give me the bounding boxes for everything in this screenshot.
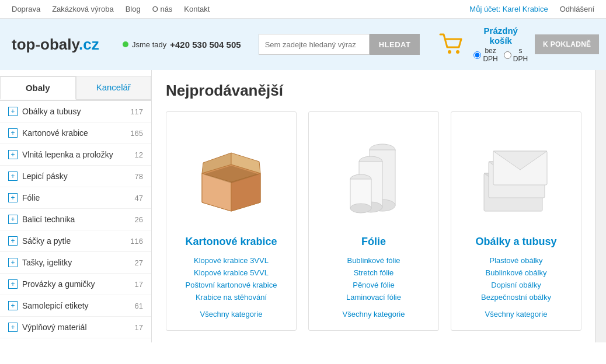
sidebar-item-4[interactable]: + Fólie 47 xyxy=(0,187,151,209)
site-header: top-obaly.cz Jsme tady +420 530 504 505 … xyxy=(0,19,606,70)
card-all-folie[interactable]: Všechny kategorie xyxy=(343,310,405,318)
sidebar-item-count-1: 165 xyxy=(130,129,143,138)
product-card-folie: Fólie Bublinkové fólie Stretch fólie Pěn… xyxy=(308,111,439,331)
card-links-folie: Bublinkové fólie Stretch fólie Pěnové fó… xyxy=(318,256,429,318)
top-navigation: Doprava Zakázková výroba Blog O nás Kont… xyxy=(0,0,606,19)
my-account-link[interactable]: Můj účet: Karel Krabice xyxy=(469,5,548,13)
bez-dph-radio[interactable] xyxy=(473,51,481,59)
plus-icon-0: + xyxy=(8,107,18,116)
card-link-krabice-3[interactable]: Krabice na stěhování xyxy=(196,293,267,302)
sidebar-item-label-9: Samolepicí etikety xyxy=(22,301,131,310)
cart-area: Prázdný košík bez DPH s DPH K POKLADNĚ xyxy=(437,26,599,63)
plus-icon-1: + xyxy=(8,128,18,138)
sidebar-item-count-8: 17 xyxy=(135,280,143,289)
cart-icon-wrap xyxy=(437,31,466,58)
site-logo[interactable]: top-obaly.cz xyxy=(12,36,99,53)
main-content: Nejprodávanější xyxy=(152,70,595,342)
sidebar-item-count-9: 61 xyxy=(135,302,143,310)
card-link-krabice-0[interactable]: Klopové krabice 3VVL xyxy=(194,256,269,265)
sidebar-item-label-1: Kartonové krabice xyxy=(22,128,127,138)
card-title-folie[interactable]: Fólie xyxy=(361,236,386,248)
product-cards-row: Kartonové krabice Klopové krabice 3VVL K… xyxy=(166,111,581,331)
card-link-folie-2[interactable]: Pěnové fólie xyxy=(353,281,395,289)
sidebar-item-1[interactable]: + Kartonové krabice 165 xyxy=(0,123,151,144)
sidebar-item-label-2: Vlnitá lepenka a proložky xyxy=(22,150,131,159)
card-link-folie-0[interactable]: Bublinkové fólie xyxy=(347,256,400,265)
box-svg xyxy=(190,135,272,217)
sidebar-item-count-5: 26 xyxy=(135,215,143,224)
logo-container: top-obaly.cz xyxy=(12,36,105,54)
cart-title: Prázdný košík xyxy=(473,26,528,46)
card-link-folie-1[interactable]: Stretch fólie xyxy=(354,268,394,277)
card-link-krabice-1[interactable]: Klopové krabice 5VVL xyxy=(194,268,269,277)
sidebar-item-6[interactable]: + Sáčky a pytle 116 xyxy=(0,230,151,252)
plus-icon-7: + xyxy=(8,258,18,267)
sidebar-tabs: Obaly Kancelář xyxy=(0,76,151,101)
plus-icon-9: + xyxy=(8,301,18,310)
page-title: Nejprodávanější xyxy=(166,82,581,100)
sidebar-item-10[interactable]: + Výplňový materiál 17 xyxy=(0,317,151,338)
online-status-dot xyxy=(123,41,128,47)
cart-icon xyxy=(437,31,466,57)
envelope-svg xyxy=(478,138,554,214)
cart-text: Prázdný košík bez DPH s DPH xyxy=(473,26,528,63)
search-area: HLEDAT xyxy=(259,34,420,55)
s-dph-option[interactable]: s DPH xyxy=(504,47,528,63)
s-dph-radio[interactable] xyxy=(504,51,511,59)
checkout-button[interactable]: K POKLADNĚ xyxy=(535,34,599,54)
sidebar-item-count-2: 12 xyxy=(135,150,143,159)
sidebar-item-label-4: Fólie xyxy=(22,193,131,202)
bez-dph-label: bez DPH xyxy=(483,47,497,63)
sidebar-item-0[interactable]: + Obálky a tubusy 117 xyxy=(0,101,151,123)
top-nav-right: Můj účet: Karel Krabice Odhlášení xyxy=(469,5,594,13)
sidebar-item-count-0: 117 xyxy=(130,107,143,116)
nav-doprava[interactable]: Doprava xyxy=(12,5,40,13)
plus-icon-5: + xyxy=(8,215,18,224)
nav-blog[interactable]: Blog xyxy=(126,5,141,13)
plus-icon-4: + xyxy=(8,193,18,202)
nav-zakazkovavyroba[interactable]: Zakázková výroba xyxy=(52,5,114,13)
bez-dph-option[interactable]: bez DPH xyxy=(473,47,497,63)
card-all-krabice[interactable]: Všechny kategorie xyxy=(200,310,263,318)
sidebar-item-9[interactable]: + Samolepicí etikety 61 xyxy=(0,295,151,317)
status-text: Jsme tady xyxy=(132,40,166,49)
card-link-obalky-1[interactable]: Bublinkové obálky xyxy=(486,268,547,277)
card-link-folie-3[interactable]: Laminovací fólie xyxy=(346,293,401,302)
sidebar-item-label-8: Provázky a gumičky xyxy=(22,279,131,289)
card-image-obalky xyxy=(461,124,572,229)
main-container: Obaly Kancelář + Obálky a tubusy 117 + K… xyxy=(0,70,606,342)
card-links-krabice: Klopové krabice 3VVL Klopové krabice 5VV… xyxy=(176,256,287,318)
tab-obaly[interactable]: Obaly xyxy=(0,76,76,100)
scrollbar[interactable] xyxy=(595,70,606,342)
sidebar-item-label-3: Lepicí pásky xyxy=(22,172,131,181)
card-title-krabice[interactable]: Kartonové krabice xyxy=(185,236,277,248)
card-link-obalky-0[interactable]: Plastové obálky xyxy=(489,256,542,265)
card-all-obalky[interactable]: Všechny kategorie xyxy=(485,310,548,318)
card-link-krabice-2[interactable]: Poštovní kartonové krabice xyxy=(186,281,277,289)
search-input[interactable] xyxy=(259,34,370,55)
plus-icon-2: + xyxy=(8,150,18,159)
plus-icon-3: + xyxy=(8,172,18,181)
sidebar-item-label-7: Tašky, igelitky xyxy=(22,258,131,267)
sidebar-item-label-0: Obálky a tubusy xyxy=(22,107,127,116)
logout-link[interactable]: Odhlášení xyxy=(560,5,594,13)
sidebar-item-label-6: Sáčky a pytle xyxy=(22,236,127,246)
sidebar-item-8[interactable]: + Provázky a gumičky 17 xyxy=(0,274,151,295)
tab-kancelar[interactable]: Kancelář xyxy=(76,76,152,100)
search-button[interactable]: HLEDAT xyxy=(370,34,420,55)
svg-point-16 xyxy=(350,204,371,213)
card-link-obalky-3[interactable]: Bezpečnostní obálky xyxy=(481,293,551,302)
card-link-obalky-2[interactable]: Dopisní obálky xyxy=(491,281,541,289)
sidebar-item-7[interactable]: + Tašky, igelitky 27 xyxy=(0,252,151,274)
sidebar-item-3[interactable]: + Lepicí pásky 78 xyxy=(0,166,151,187)
nav-kontakt[interactable]: Kontakt xyxy=(184,5,210,13)
sidebar-item-count-4: 47 xyxy=(135,194,143,202)
svg-point-1 xyxy=(456,50,459,54)
card-title-obalky[interactable]: Obálky a tubusy xyxy=(475,236,556,248)
sidebar-item-5[interactable]: + Balicí technika 26 xyxy=(0,209,151,230)
folie-svg xyxy=(339,132,409,220)
contact-info: Jsme tady +420 530 504 505 xyxy=(123,40,241,50)
sidebar-item-label-5: Balicí technika xyxy=(22,215,131,224)
sidebar-item-2[interactable]: + Vlnitá lepenka a proložky 12 xyxy=(0,144,151,166)
nav-onas[interactable]: O nás xyxy=(152,5,173,13)
